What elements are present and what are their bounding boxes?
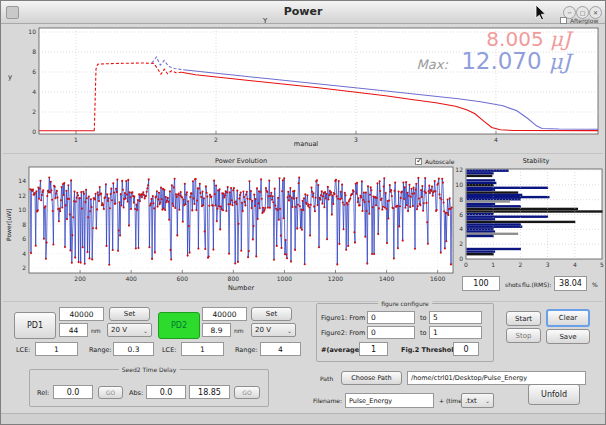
pd2-range-input[interactable] <box>260 342 301 356</box>
extension-value: .txt <box>465 397 477 405</box>
svg-text:5: 5 <box>600 261 604 268</box>
pd1-set-button[interactable]: Set <box>109 307 150 321</box>
pd1-voltage-dropdown[interactable]: 20 V⌄ <box>107 323 152 337</box>
abs2-input[interactable] <box>189 385 230 399</box>
pd2-wavelength-input[interactable] <box>202 323 231 337</box>
pd1-lce-input[interactable] <box>35 342 78 356</box>
evolution-markers <box>29 176 453 265</box>
figure1-to-input[interactable] <box>429 311 482 324</box>
svg-text:800: 800 <box>228 275 240 282</box>
evolution-title: Power Evolution <box>176 157 306 165</box>
svg-text:200: 200 <box>74 275 86 282</box>
figure2-to-label: to <box>420 329 427 337</box>
svg-text:4: 4 <box>459 225 463 232</box>
pd1-range-label: Range: <box>89 346 112 354</box>
pd2-set-button[interactable]: Set <box>251 307 292 321</box>
autoscale-check-icon: ✓ <box>416 156 423 165</box>
pd2-nm-label: nm <box>234 327 244 334</box>
pd1-wavelength-input[interactable] <box>59 323 88 337</box>
rms-input[interactable] <box>554 276 587 291</box>
pd1-range-input[interactable] <box>113 342 154 356</box>
top-plot-ylabel: y <box>8 73 12 81</box>
pd1-lce-label: LCE: <box>16 346 30 354</box>
extension-dropdown[interactable]: .txt⌄ <box>461 393 494 408</box>
svg-text:10: 10 <box>455 181 463 188</box>
filename-label: Filename: <box>313 397 342 404</box>
svg-text:4: 4 <box>494 136 498 143</box>
rms-label: flu.(RMS): <box>522 281 551 288</box>
unfold-button[interactable]: Unfold <box>528 384 580 405</box>
svg-text:4: 4 <box>22 250 26 257</box>
app-window: 2468100123424681012142004006008001000120… <box>0 0 606 425</box>
evolution-xlabel: Number <box>206 284 276 292</box>
svg-text:12: 12 <box>18 192 26 199</box>
seed2-title: Seed2 Time Delay <box>119 366 180 373</box>
svg-text:8: 8 <box>22 221 26 228</box>
figure2-label: Figure2: From <box>321 329 365 337</box>
rel-go-button[interactable]: GO <box>98 386 123 399</box>
abs-input[interactable] <box>146 385 186 399</box>
svg-text:2: 2 <box>459 240 463 247</box>
svg-text:3: 3 <box>354 136 358 143</box>
svg-text:8: 8 <box>459 196 463 203</box>
clear-button[interactable]: Clear <box>546 309 590 327</box>
autoscale-checkbox[interactable]: ✓ <box>415 158 422 165</box>
top-plot-xlabel: manual <box>266 140 346 148</box>
max-energy-unit: μJ <box>549 50 571 74</box>
svg-text:1: 1 <box>491 261 495 268</box>
stop-button[interactable]: Stop <box>506 328 541 343</box>
abs-go-button[interactable]: GO <box>234 386 260 399</box>
pd2-button[interactable]: PD2 <box>158 312 200 339</box>
pd1-voltage-value: 20 V <box>111 326 127 334</box>
pd2-freq-input[interactable] <box>202 307 247 321</box>
shots-input[interactable] <box>462 276 500 291</box>
svg-text:1200: 1200 <box>328 275 343 282</box>
svg-text:4: 4 <box>573 261 577 268</box>
pd2-voltage-dropdown[interactable]: 20 V⌄ <box>251 323 296 337</box>
path-input[interactable] <box>407 371 586 385</box>
svg-text:3: 3 <box>546 261 550 268</box>
figure2-from-input[interactable] <box>367 326 415 339</box>
evolution-plot <box>29 167 453 273</box>
svg-text:0: 0 <box>32 128 36 135</box>
figure1-from-input[interactable] <box>367 311 415 324</box>
pd2-voltage-value: 20 V <box>255 326 271 334</box>
svg-text:6: 6 <box>32 68 36 75</box>
top-plot-title: Y <box>263 17 267 25</box>
svg-text:2: 2 <box>32 108 36 115</box>
chevron-down-icon: ⌄ <box>287 327 292 334</box>
svg-text:10: 10 <box>28 28 36 35</box>
threshold-input[interactable] <box>453 342 479 356</box>
figure1-to-label: to <box>420 314 427 322</box>
start-button[interactable]: Start <box>506 311 541 326</box>
rel-label: Rel: <box>37 389 49 397</box>
svg-text:14: 14 <box>18 177 26 184</box>
svg-text:400: 400 <box>125 275 137 282</box>
svg-text:1000: 1000 <box>277 275 292 282</box>
chevron-down-icon: ⌄ <box>485 397 490 404</box>
figure2-to-input[interactable] <box>429 326 482 339</box>
pd1-nm-label: nm <box>91 327 101 334</box>
pd1-freq-input[interactable] <box>59 307 104 321</box>
afterglow-checkbox[interactable] <box>560 17 567 24</box>
filename-input[interactable] <box>345 393 434 408</box>
svg-text:10: 10 <box>18 206 26 213</box>
figure-configure-title: figure configure <box>378 300 432 307</box>
window-bottom-edge <box>1 413 605 424</box>
svg-text:6: 6 <box>459 211 463 218</box>
svg-text:2: 2 <box>518 261 522 268</box>
choose-path-button[interactable]: Choose Path <box>341 371 402 385</box>
svg-text:2: 2 <box>22 264 26 271</box>
pd1-button[interactable]: PD1 <box>14 312 56 339</box>
stability-plot <box>466 169 603 259</box>
save-button[interactable]: Save <box>546 329 590 344</box>
pd2-lce-input[interactable] <box>181 342 224 356</box>
svg-text:8: 8 <box>32 48 36 55</box>
average-input[interactable] <box>359 342 388 356</box>
separator-top <box>3 153 603 154</box>
chevron-down-icon: ⌄ <box>143 327 148 334</box>
rel-input[interactable] <box>53 385 93 399</box>
svg-text:2: 2 <box>214 136 218 143</box>
pd2-range-label: Range: <box>235 346 258 354</box>
separator-middle <box>3 301 603 302</box>
